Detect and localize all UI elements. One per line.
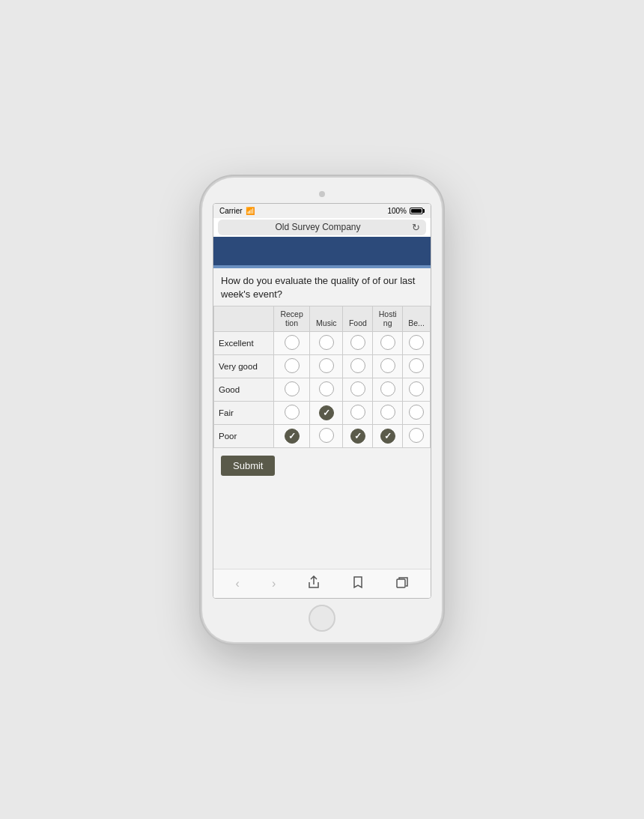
col-header-food: Food xyxy=(343,306,373,331)
radio-cell[interactable] xyxy=(274,378,310,402)
svg-rect-0 xyxy=(397,579,405,587)
radio-cell[interactable] xyxy=(274,402,310,425)
col-header-music: Music xyxy=(310,306,343,331)
radio-button[interactable] xyxy=(285,429,300,444)
radio-button[interactable] xyxy=(285,358,300,373)
back-button[interactable]: ‹ xyxy=(231,575,244,592)
radio-cell[interactable] xyxy=(403,378,431,402)
radio-cell[interactable] xyxy=(310,332,343,355)
battery-area: 100% xyxy=(387,207,425,215)
radio-button[interactable] xyxy=(350,429,365,444)
row-label: Fair xyxy=(214,402,274,425)
row-label: Poor xyxy=(214,425,274,448)
survey-question: How do you evaluate the quality of of ou… xyxy=(213,268,431,306)
radio-cell[interactable] xyxy=(373,402,403,425)
radio-button[interactable] xyxy=(285,335,300,350)
table-row: Poor xyxy=(214,425,431,448)
survey-table-container: Reception Music Food Hosting Be... Excel… xyxy=(213,306,431,448)
table-row: Very good xyxy=(214,355,431,378)
header-banner xyxy=(213,237,431,265)
carrier-area: Carrier 📶 xyxy=(219,207,255,215)
radio-cell[interactable] xyxy=(373,425,403,448)
status-bar: Carrier 📶 100% xyxy=(213,204,431,218)
row-label: Good xyxy=(214,378,274,402)
radio-cell[interactable] xyxy=(274,332,310,355)
bookmarks-button[interactable] xyxy=(347,574,368,593)
radio-button[interactable] xyxy=(409,358,424,373)
row-label: Excellent xyxy=(214,332,274,355)
radio-cell[interactable] xyxy=(343,425,373,448)
page-content: How do you evaluate the quality of of ou… xyxy=(213,237,431,569)
radio-button[interactable] xyxy=(380,381,395,396)
radio-button[interactable] xyxy=(409,428,424,443)
radio-button[interactable] xyxy=(409,381,424,396)
radio-cell[interactable] xyxy=(403,332,431,355)
radio-button[interactable] xyxy=(319,405,334,420)
radio-cell[interactable] xyxy=(373,378,403,402)
radio-button[interactable] xyxy=(380,335,395,350)
radio-cell[interactable] xyxy=(373,355,403,378)
radio-cell[interactable] xyxy=(310,402,343,425)
radio-cell[interactable] xyxy=(310,355,343,378)
radio-button[interactable] xyxy=(285,405,300,420)
carrier-label: Carrier xyxy=(219,207,243,215)
submit-area: Submit xyxy=(213,448,431,483)
url-text: Old Survey Company xyxy=(224,222,412,232)
table-row: Good xyxy=(214,378,431,402)
phone-screen: Carrier 📶 100% Old Survey Company ↻ xyxy=(213,203,431,599)
home-button[interactable] xyxy=(309,605,335,632)
radio-button[interactable] xyxy=(350,381,365,396)
table-row: Fair xyxy=(214,402,431,425)
speaker-dot xyxy=(319,191,325,197)
radio-cell[interactable] xyxy=(343,355,373,378)
radio-button[interactable] xyxy=(319,335,334,350)
radio-cell[interactable] xyxy=(343,332,373,355)
address-bar[interactable]: Old Survey Company ↻ xyxy=(218,220,426,235)
radio-button[interactable] xyxy=(350,358,365,373)
reload-button[interactable]: ↻ xyxy=(412,222,420,233)
submit-button[interactable]: Submit xyxy=(221,456,275,476)
radio-cell[interactable] xyxy=(403,355,431,378)
radio-button[interactable] xyxy=(319,358,334,373)
browser-nav: ‹ › xyxy=(213,569,431,598)
radio-cell[interactable] xyxy=(343,378,373,402)
radio-button[interactable] xyxy=(350,335,365,350)
wifi-icon: 📶 xyxy=(246,207,255,215)
radio-cell[interactable] xyxy=(310,425,343,448)
radio-button[interactable] xyxy=(380,358,395,373)
battery-icon xyxy=(410,208,425,214)
col-header-empty xyxy=(214,306,274,331)
battery-percent: 100% xyxy=(387,207,407,215)
col-header-reception: Reception xyxy=(274,306,310,331)
forward-button[interactable]: › xyxy=(267,575,280,592)
row-label: Very good xyxy=(214,355,274,378)
phone-frame: Carrier 📶 100% Old Survey Company ↻ xyxy=(202,178,442,642)
radio-button[interactable] xyxy=(380,429,395,444)
radio-cell[interactable] xyxy=(373,332,403,355)
radio-cell[interactable] xyxy=(343,402,373,425)
col-header-hosting: Hosting xyxy=(373,306,403,331)
radio-cell[interactable] xyxy=(274,425,310,448)
col-header-be: Be... xyxy=(403,306,431,331)
radio-cell[interactable] xyxy=(403,402,431,425)
table-row: Excellent xyxy=(214,332,431,355)
radio-button[interactable] xyxy=(380,405,395,420)
tabs-button[interactable] xyxy=(392,575,413,593)
table-header-row: Reception Music Food Hosting Be... xyxy=(214,306,431,331)
share-button[interactable] xyxy=(303,574,324,593)
radio-button[interactable] xyxy=(319,381,334,396)
radio-button[interactable] xyxy=(409,335,424,350)
radio-button[interactable] xyxy=(285,381,300,396)
radio-cell[interactable] xyxy=(274,355,310,378)
radio-cell[interactable] xyxy=(310,378,343,402)
radio-cell[interactable] xyxy=(403,425,431,448)
radio-button[interactable] xyxy=(350,405,365,420)
survey-table: Reception Music Food Hosting Be... Excel… xyxy=(213,306,431,448)
radio-button[interactable] xyxy=(409,405,424,420)
radio-button[interactable] xyxy=(319,428,334,443)
